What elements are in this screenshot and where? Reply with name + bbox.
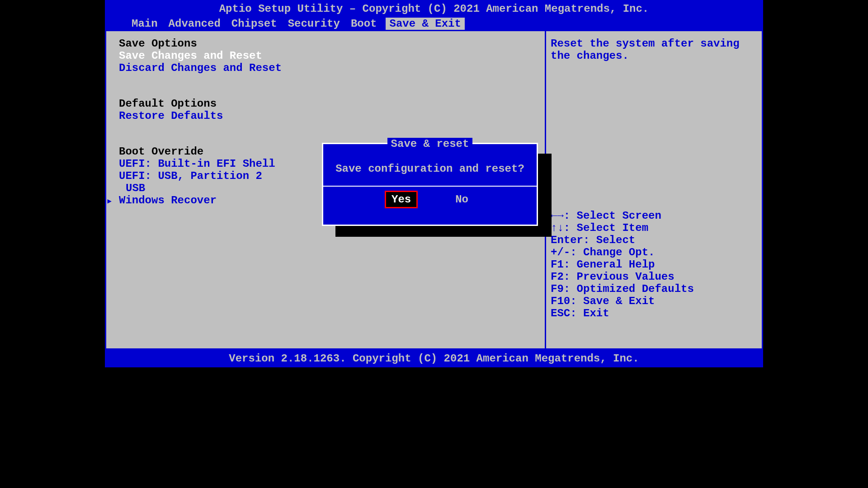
boot-windows-recover-label: Windows Recover: [119, 194, 217, 206]
help-text: Reset the system after saving the change…: [551, 38, 757, 62]
default-options-header: Default Options: [119, 98, 532, 110]
key-select-item: ↑↓: Select Item: [551, 222, 757, 234]
save-reset-dialog: Save & reset Save configuration and rese…: [322, 143, 538, 226]
key-optimized-defaults: F9: Optimized Defaults: [551, 283, 757, 295]
dialog-title: Save & reset: [387, 138, 473, 150]
dialog-yes-button[interactable]: Yes: [386, 192, 416, 207]
submenu-arrow-icon: ▸: [106, 194, 113, 207]
key-general-help: F1: General Help: [551, 258, 757, 271]
save-changes-reset[interactable]: Save Changes and Reset: [119, 50, 532, 62]
key-previous-values: F2: Previous Values: [551, 271, 757, 283]
menu-tabs: Main Advanced Chipset Security Boot Save…: [105, 18, 763, 30]
utility-header: Aptio Setup Utility – Copyright (C) 2021…: [105, 0, 763, 18]
restore-defaults[interactable]: Restore Defaults: [119, 110, 532, 122]
tab-advanced[interactable]: Advanced: [167, 18, 222, 30]
key-select-screen: ←→: Select Screen: [551, 210, 757, 222]
discard-changes-reset[interactable]: Discard Changes and Reset: [119, 62, 532, 74]
dialog-no-button[interactable]: No: [450, 192, 474, 207]
utility-footer: Version 2.18.1263. Copyright (C) 2021 Am…: [105, 350, 763, 367]
tab-save-exit[interactable]: Save & Exit: [386, 18, 464, 30]
dialog-buttons: Yes No: [323, 186, 537, 212]
tab-chipset[interactable]: Chipset: [230, 18, 279, 30]
key-exit: ESC: Exit: [551, 307, 757, 319]
tab-main[interactable]: Main: [130, 18, 160, 30]
dialog-message: Save configuration and reset?: [323, 156, 537, 186]
tab-boot[interactable]: Boot: [349, 18, 379, 30]
key-select: Enter: Select: [551, 234, 757, 246]
right-panel: Reset the system after saving the change…: [545, 31, 762, 348]
tab-security[interactable]: Security: [286, 18, 342, 30]
key-legend: ←→: Select Screen ↑↓: Select Item Enter:…: [551, 210, 757, 342]
save-options-header: Save Options: [119, 38, 532, 50]
key-save-exit: F10: Save & Exit: [551, 295, 757, 307]
key-change-opt: +/-: Change Opt.: [551, 246, 757, 258]
